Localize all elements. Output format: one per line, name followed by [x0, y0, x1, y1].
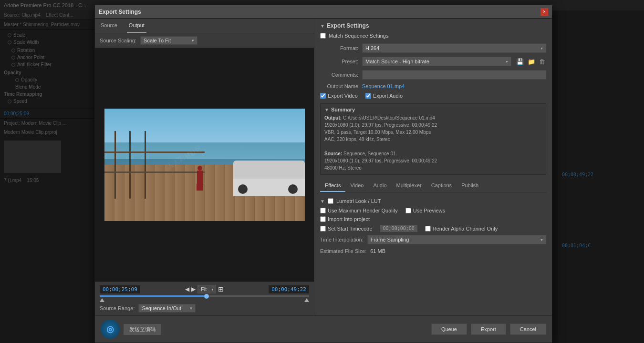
- fit-select-wrapper: Fit: [197, 285, 216, 293]
- export-audio-label: Export Audio: [365, 93, 403, 99]
- source-scaling-row: Source Scaling: Scale To Fit: [95, 33, 314, 48]
- set-timecode-label: Set Start Timecode: [320, 226, 373, 232]
- export-audio-checkbox[interactable]: [365, 93, 371, 99]
- output-details1: 1920x1080 (1.0), 29.97 fps, Progressive,…: [324, 122, 437, 128]
- progress-bar-area[interactable]: [100, 295, 309, 302]
- export-checkboxes: Export Video Export Audio: [320, 93, 546, 99]
- dialog-footer: ◎ 发送至编码 Queue Export Cancel: [95, 315, 552, 343]
- output-details3: AAC, 320 kbps, 48 kHz, Stereo: [324, 137, 390, 142]
- summary-title: Summary: [331, 107, 355, 112]
- match-sequence-row: Match Sequence Settings: [320, 33, 546, 39]
- delete-preset-button[interactable]: 🗑: [538, 58, 546, 65]
- time-interpolation-select[interactable]: Frame Sampling: [367, 235, 546, 244]
- preview-video: 人人素材社区: [104, 109, 305, 221]
- section-title: Export Settings: [327, 22, 369, 29]
- output-path: C:\Users\USER\Desktop\Sequence 01.mp4: [343, 115, 435, 121]
- comments-row: Comments:: [320, 70, 546, 80]
- output-name-link[interactable]: Sequence 01.mp4: [362, 83, 405, 89]
- dialog-titlebar: Export Settings ×: [95, 5, 552, 19]
- queue-button[interactable]: Queue: [431, 323, 467, 335]
- max-render-checkbox[interactable]: [320, 208, 326, 213]
- tab-video[interactable]: Video: [345, 180, 368, 192]
- match-sequence-label: Match Sequence Settings: [329, 33, 388, 39]
- summary-text: Output: C:\Users\USER\Desktop\Sequence 0…: [324, 114, 542, 172]
- source-range-row: Source Range: Sequence In/Out: [100, 304, 309, 313]
- send-to-encode-button[interactable]: 发送至编码: [124, 324, 161, 335]
- render-quality-row: Use Maximum Render Quality Use Previews: [320, 208, 546, 213]
- save-preset-button[interactable]: 💾: [515, 58, 525, 65]
- play-button[interactable]: ▶: [191, 286, 196, 293]
- tab-publish[interactable]: Publish: [457, 180, 483, 192]
- export-settings-header: ▼ Export Settings: [320, 22, 546, 29]
- cancel-button[interactable]: Cancel: [510, 323, 546, 335]
- tab-effects[interactable]: Effects: [320, 180, 345, 192]
- tab-multiplexer[interactable]: Multiplexer: [392, 180, 426, 192]
- export-dialog: Export Settings × Source Output Source S…: [94, 5, 552, 343]
- source-range-select[interactable]: Sequence In/Out: [138, 304, 196, 313]
- source-scaling-select-wrapper: Scale To Fit: [140, 36, 197, 45]
- export-video-checkbox[interactable]: [320, 93, 326, 99]
- comments-label: Comments:: [320, 72, 358, 78]
- lumetri-checkbox[interactable]: [328, 198, 333, 204]
- time-interpolation-row: Time Interpolation: Frame Sampling: [320, 235, 546, 244]
- use-previews-checkbox[interactable]: [405, 208, 411, 213]
- max-render-label: Use Maximum Render Quality: [320, 208, 398, 213]
- fence: [104, 131, 205, 199]
- set-timecode-checkbox[interactable]: [320, 226, 326, 232]
- preview-tabs: Source Output: [95, 19, 314, 33]
- logo: ◎: [101, 320, 120, 339]
- tab-audio[interactable]: Audio: [368, 180, 391, 192]
- preview-controls: 00;00;25;09 ◀ ▶ Fit ⊞ 00;00;49;22: [95, 282, 314, 315]
- dialog-close-button[interactable]: ×: [540, 8, 548, 16]
- source-name: Sequence, Sequence 01: [343, 151, 396, 156]
- source-details2: 48000 Hz, Stereo: [324, 165, 362, 171]
- lumetri-row: ▼ Lumetri Look / LUT: [320, 198, 546, 204]
- summary-collapse-arrow[interactable]: ▼: [324, 107, 329, 112]
- import-project-label: Import into project: [320, 216, 370, 222]
- playback-controls: ◀ ▶ Fit ⊞: [185, 285, 224, 293]
- summary-section: ▼ Summary Output: C:\Users\USER\Desktop\…: [320, 103, 546, 175]
- export-button[interactable]: Export: [471, 323, 506, 335]
- dialog-title: Export Settings: [99, 9, 141, 15]
- tab-captions[interactable]: Captions: [426, 180, 457, 192]
- preset-select-wrapper: Match Source - High bitrate: [362, 57, 511, 66]
- tab-output[interactable]: Output: [127, 19, 146, 33]
- render-alpha-label: Render Alpha Channel Only: [425, 226, 498, 232]
- source-scaling-select[interactable]: Scale To Fit: [140, 36, 197, 45]
- output-details2: VBR, 1 pass, Target 10.00 Mbps, Max 12.0…: [324, 130, 431, 135]
- timecode-current[interactable]: 00;00;25;09: [100, 285, 140, 293]
- source-details1: 1920x1080 (1.0), 29.97 fps, Progressive,…: [324, 158, 437, 163]
- time-interpolation-select-wrapper: Frame Sampling: [367, 235, 546, 244]
- rewind-button[interactable]: ◀: [185, 286, 189, 293]
- timecode-row: Set Start Timecode 00;00;00;00 Render Al…: [320, 225, 546, 232]
- settings-panel: ▼ Export Settings Match Sequence Setting…: [314, 19, 552, 315]
- format-select[interactable]: H.264: [362, 43, 546, 53]
- preset-select[interactable]: Match Source - High bitrate: [362, 57, 511, 66]
- comments-input[interactable]: [362, 70, 546, 80]
- collapse-arrow[interactable]: ▼: [320, 23, 325, 29]
- file-size-value: 61 MB: [370, 248, 385, 254]
- render-alpha-checkbox[interactable]: [425, 226, 431, 232]
- lumetri-arrow[interactable]: ▼: [320, 199, 325, 204]
- progress-ends: [100, 298, 309, 302]
- preview-panel: Source Output Source Scaling: Scale To F…: [95, 19, 314, 315]
- source-range-select-wrapper: Sequence In/Out: [138, 304, 196, 313]
- import-project-row: Import into project: [320, 216, 546, 222]
- tab-source[interactable]: Source: [99, 19, 119, 33]
- timeline-icon: ⊞: [218, 285, 224, 293]
- progress-fill: [100, 295, 207, 297]
- dialog-body: Source Output Source Scaling: Scale To F…: [95, 19, 552, 315]
- file-size-label: Estimated File Size:: [320, 248, 366, 254]
- file-size-row: Estimated File Size: 61 MB: [320, 248, 546, 254]
- format-label: Format:: [320, 45, 358, 51]
- import-preset-button[interactable]: 📁: [527, 58, 536, 65]
- format-row: Format: H.264: [320, 43, 546, 53]
- import-project-checkbox[interactable]: [320, 216, 326, 222]
- match-sequence-checkbox[interactable]: [320, 33, 326, 39]
- output-name-label: Output Name: [320, 83, 358, 89]
- source-scaling-label: Source Scaling:: [100, 38, 136, 43]
- lumetri-collapse: ▼: [320, 199, 325, 204]
- timecode-end: 00;00;49;22: [269, 285, 309, 293]
- fit-select[interactable]: Fit: [197, 285, 216, 293]
- progress-track: [100, 295, 309, 297]
